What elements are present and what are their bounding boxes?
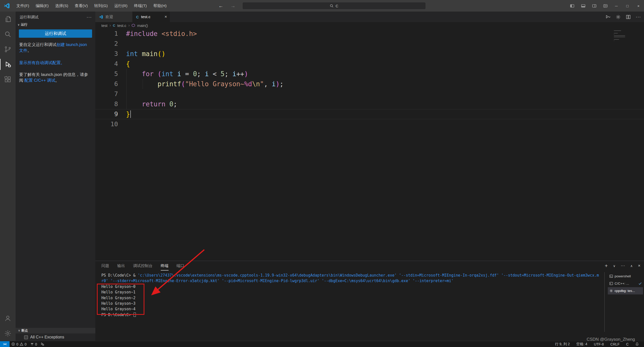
breakpoint-checkbox[interactable]	[24, 335, 28, 339]
line-number[interactable]: 4	[95, 59, 126, 69]
radio-tower-icon	[30, 342, 34, 346]
minimap-line	[614, 34, 614, 35]
code-line[interactable]: 2	[95, 39, 644, 49]
maximize-icon[interactable]: □	[622, 0, 633, 12]
tab-test-c[interactable]: C test.c ×	[133, 12, 170, 22]
run-or-debug-icon[interactable]	[606, 14, 611, 20]
terminal-scrollbar[interactable]	[604, 272, 605, 332]
breadcrumb-folder[interactable]: test	[101, 23, 107, 28]
indent-guide	[126, 69, 127, 109]
line-number[interactable]: 6	[95, 79, 126, 89]
account-icon[interactable]	[0, 311, 16, 326]
panel-tab-debug-console[interactable]: 调试控制台	[133, 261, 153, 271]
toggle-panel-icon[interactable]	[578, 0, 589, 12]
debug-settings-gear-icon[interactable]	[616, 14, 621, 20]
panel-tab-ports[interactable]: 端口	[177, 261, 184, 271]
encoding[interactable]: UTF-8	[591, 341, 607, 347]
menu-go[interactable]: 转到(G)	[91, 0, 111, 12]
breakpoints-section-header[interactable]: ∨ 断点	[16, 327, 95, 333]
more-actions-icon[interactable]: ···	[636, 14, 641, 20]
menu-selection[interactable]: 选择(S)	[52, 0, 71, 12]
breakpoints-title: 断点	[21, 328, 28, 333]
minimap[interactable]	[614, 30, 626, 43]
sidebar-more-actions-icon[interactable]: ···	[87, 15, 92, 20]
line-number[interactable]: 10	[95, 119, 126, 129]
debug-alt-icon	[41, 342, 44, 346]
split-editor-icon[interactable]	[626, 14, 631, 20]
line-number[interactable]: 2	[95, 39, 126, 49]
toggle-secondary-sidebar-icon[interactable]	[589, 0, 600, 12]
new-terminal-icon[interactable]: +	[605, 263, 608, 269]
toggle-sidebar-icon[interactable]	[567, 0, 578, 12]
menu-view[interactable]: 查看(V)	[71, 0, 91, 12]
nav-back-icon[interactable]: ←	[218, 3, 223, 9]
search-icon[interactable]	[0, 27, 16, 42]
terminal-instance-cpp-task[interactable]: C/C++: ...	[608, 280, 643, 287]
code-line[interactable]: 4{	[95, 59, 644, 69]
explorer-icon[interactable]	[0, 12, 16, 27]
minimize-icon[interactable]: ─	[611, 0, 622, 12]
problems-status[interactable]: 0 0	[10, 341, 28, 347]
learn-launch-json-hint: 要了解有关 launch.json 的信息，请参阅 配置 C/C++ 调试。	[19, 72, 92, 83]
c-file-icon: C	[136, 15, 139, 19]
terminal-instance-cppdbg[interactable]: cppdbg: tes...	[608, 287, 643, 294]
breadcrumb-symbol[interactable]: main()	[137, 23, 148, 28]
close-panel-icon[interactable]: ×	[638, 263, 640, 268]
line-number[interactable]: 5	[95, 69, 126, 79]
tab-close-icon[interactable]: ×	[165, 14, 167, 19]
ports-status[interactable]: 0	[28, 341, 39, 347]
run-section-header[interactable]: ∨ 运行	[16, 21, 95, 27]
code-line[interactable]: 9}	[95, 109, 644, 119]
menu-help[interactable]: 帮助(H)	[150, 0, 170, 12]
source-control-icon[interactable]	[0, 42, 16, 57]
line-number[interactable]: 7	[95, 89, 126, 99]
notifications-bell-icon[interactable]	[633, 341, 641, 347]
panel-tab-problems[interactable]: 问题	[101, 261, 109, 271]
line-number[interactable]: 9	[95, 109, 126, 119]
breadcrumb-file[interactable]: test.c	[117, 23, 126, 28]
close-icon[interactable]: ×	[633, 0, 644, 12]
eol-sequence[interactable]: CRLF	[608, 341, 622, 347]
indentation[interactable]: 空格: 4	[574, 341, 590, 347]
line-number[interactable]: 3	[95, 49, 126, 59]
cursor-position[interactable]: 行 9, 列 2	[552, 341, 572, 347]
terminal-instance-powershell[interactable]: powershell	[608, 273, 643, 280]
configure-cpp-debug-link[interactable]: 配置 C/C++ 调试	[24, 78, 55, 82]
code-line[interactable]: 5 for (int i = 0; i < 5; i++)	[95, 69, 644, 79]
terminal-output[interactable]: PS D:\Code\C> & 'c:\Users\27437\.vscode\…	[101, 273, 603, 318]
run-and-debug-button[interactable]: 运行和调试	[19, 29, 92, 38]
bottom-panel: 问题 输出 调试控制台 终端 端口 + ∨ ··· ∧ × PS D:\Code…	[95, 261, 644, 341]
panel-more-actions-icon[interactable]: ···	[621, 263, 625, 268]
run-and-debug-icon[interactable]	[0, 57, 16, 72]
panel-tab-terminal[interactable]: 终端	[161, 261, 169, 271]
line-number[interactable]: 8	[95, 99, 126, 109]
remote-indicator[interactable]: ><	[0, 341, 10, 347]
tab-welcome[interactable]: 欢迎	[95, 12, 133, 22]
menu-terminal[interactable]: 终端(T)	[131, 0, 150, 12]
menu-file[interactable]: 文件(F)	[13, 0, 32, 12]
code-line[interactable]: 1#include <stdio.h>	[95, 29, 644, 39]
nav-forward-icon[interactable]: →	[230, 3, 235, 9]
code-line[interactable]: 10	[95, 119, 644, 129]
extensions-icon[interactable]	[0, 72, 16, 87]
menu-edit[interactable]: 编辑(E)	[32, 0, 52, 12]
terminal-line: Hello Grayson~2	[101, 295, 603, 301]
code-line[interactable]: 3int main()	[95, 49, 644, 59]
command-center-search[interactable]: C	[242, 2, 426, 10]
settings-gear-icon[interactable]	[0, 326, 16, 341]
debug-status-icon[interactable]	[39, 341, 46, 347]
show-auto-debug-configs-link[interactable]: 显示所有自动调试配置。	[19, 60, 65, 65]
code-line[interactable]: 7	[95, 89, 644, 99]
line-number[interactable]: 1	[95, 29, 126, 39]
menu-run[interactable]: 运行(R)	[111, 0, 131, 12]
panel-tab-output[interactable]: 输出	[117, 261, 125, 271]
terminal-dropdown-chevron-icon[interactable]: ∨	[613, 264, 616, 268]
code-editor[interactable]: 1#include <stdio.h>23int main()4{5 for (…	[95, 29, 644, 261]
maximize-panel-icon[interactable]: ∧	[630, 264, 633, 268]
breakpoint-item[interactable]: All C++ Exceptions	[16, 333, 95, 341]
code-line[interactable]: 8 return 0;	[95, 99, 644, 109]
code-line[interactable]: 6 printf("Hello Grayson~%d\n", i);	[95, 79, 644, 89]
customize-layout-icon[interactable]	[600, 0, 611, 12]
vscode-logo-icon	[99, 15, 103, 19]
language-mode[interactable]: C	[624, 341, 631, 347]
